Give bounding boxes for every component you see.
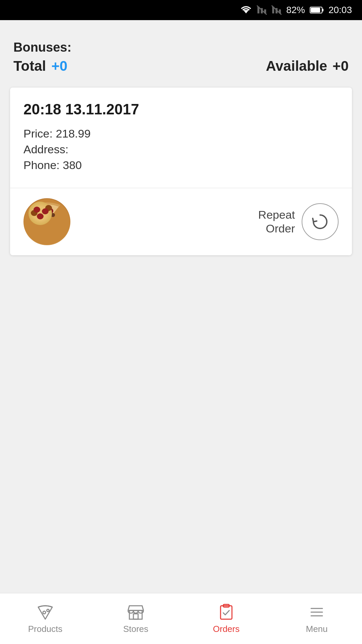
svg-point-12	[24, 199, 70, 245]
order-card[interactable]: 20:18 13.11.2017 Price: 218.99 Address: …	[10, 88, 352, 255]
stores-label: Stores	[123, 624, 148, 634]
bonuses-section: Bonuses: Total +0 Available +0	[10, 30, 352, 84]
total-label: Total	[13, 58, 46, 74]
svg-point-17	[51, 213, 55, 217]
order-price: Price: 218.99	[23, 127, 339, 140]
bottom-navigation: Products Stores Orders	[0, 593, 362, 644]
bonuses-total: Total +0	[13, 58, 67, 74]
bonuses-row: Total +0 Available +0	[13, 58, 349, 74]
svg-point-13	[40, 210, 47, 217]
stores-icon	[127, 603, 145, 621]
svg-point-18	[43, 611, 46, 614]
order-address: Address:	[23, 143, 339, 156]
battery-icon	[310, 6, 324, 14]
svg-marker-0	[243, 10, 249, 13]
bonuses-title: Bonuses:	[13, 40, 349, 55]
menu-label: Menu	[306, 624, 327, 634]
svg-rect-10	[322, 9, 323, 11]
clock: 20:03	[328, 5, 352, 15]
product-image	[23, 198, 70, 245]
order-phone: Phone: 380	[23, 159, 339, 172]
available-value: +0	[333, 58, 349, 74]
products-label: Products	[28, 624, 63, 634]
orders-icon	[217, 603, 235, 621]
svg-rect-21	[133, 614, 138, 619]
phone-label: Phone:	[23, 159, 60, 171]
main-content: Bonuses: Total +0 Available +0 20:18 13.…	[0, 20, 362, 255]
nav-item-orders[interactable]: Orders	[181, 593, 272, 644]
order-card-bottom: RepeatOrder	[10, 188, 352, 255]
phone-value: 380	[63, 159, 82, 171]
battery-percentage: 82%	[286, 5, 305, 15]
signal-icon-2	[272, 5, 282, 15]
order-card-top: 20:18 13.11.2017 Price: 218.99 Address: …	[10, 88, 352, 188]
nav-item-products[interactable]: Products	[0, 593, 90, 644]
orders-label: Orders	[213, 624, 239, 634]
address-label: Address:	[23, 143, 68, 156]
pizza-illustration	[23, 198, 70, 245]
total-value: +0	[51, 58, 67, 74]
bonuses-available: Available +0	[266, 58, 349, 74]
available-label: Available	[266, 58, 327, 74]
wifi-icon	[240, 5, 252, 15]
menu-icon	[308, 603, 326, 621]
products-icon	[36, 603, 54, 621]
svg-rect-23	[221, 606, 232, 619]
svg-point-15	[45, 214, 50, 219]
price-value: 218.99	[56, 127, 90, 140]
price-label: Price:	[23, 127, 53, 140]
svg-rect-20	[129, 610, 142, 619]
repeat-order-section: RepeatOrder	[258, 203, 339, 240]
signal-icon	[257, 5, 267, 15]
repeat-icon	[310, 212, 330, 232]
svg-rect-11	[311, 8, 320, 12]
nav-item-menu[interactable]: Menu	[272, 593, 362, 644]
nav-item-stores[interactable]: Stores	[90, 593, 181, 644]
status-bar: 82% 20:03	[0, 0, 362, 20]
svg-point-16	[40, 215, 44, 219]
repeat-order-button[interactable]	[302, 203, 339, 240]
order-datetime: 20:18 13.11.2017	[23, 101, 339, 118]
repeat-order-label: RepeatOrder	[258, 208, 295, 235]
svg-point-19	[47, 609, 49, 612]
